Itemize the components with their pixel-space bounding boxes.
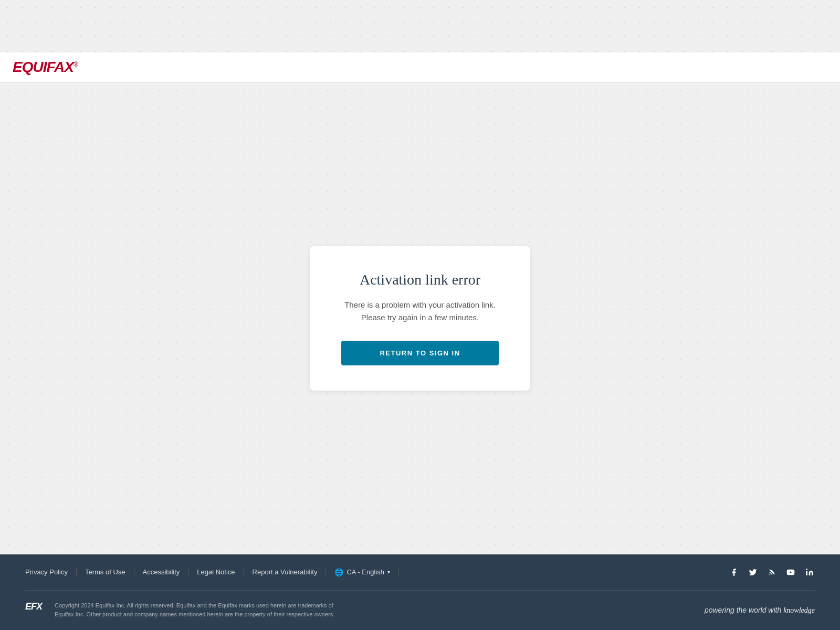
twitter-icon[interactable] [748, 567, 758, 578]
chevron-down-icon: ▾ [387, 569, 390, 575]
youtube-icon[interactable] [785, 567, 796, 578]
error-message-line1: There is a problem with your activation … [344, 300, 496, 309]
footer-link-privacy-policy[interactable]: Privacy Policy [25, 568, 77, 576]
linkedin-icon[interactable] [804, 567, 815, 578]
powering-tagline: powering the world with knowledge [705, 606, 815, 615]
error-title: Activation link error [341, 271, 499, 288]
efx-logo: EFX [25, 601, 42, 612]
main-content: Activation link error There is a problem… [0, 82, 840, 554]
footer-links-row: Privacy Policy Terms of Use Accessibilit… [0, 554, 840, 590]
error-message-line2: Please try again in a few minutes. [361, 313, 479, 322]
top-banner [0, 0, 840, 52]
footer-bottom-left: EFX Copyright 2024 Equifax Inc. All righ… [25, 601, 349, 620]
tagline-middle: the world with [734, 606, 783, 614]
footer-link-report-vulnerability[interactable]: Report a Vulnerability [244, 568, 327, 576]
globe-icon: 🌐 [334, 568, 343, 576]
logo-text: EQUIFAX [13, 59, 74, 75]
dot-pattern-top [0, 0, 840, 52]
tagline-prefix: powering [705, 606, 734, 614]
tagline-suffix: knowledge [783, 606, 815, 614]
svg-rect-2 [806, 571, 807, 575]
footer: Privacy Policy Terms of Use Accessibilit… [0, 554, 840, 630]
footer-links: Privacy Policy Terms of Use Accessibilit… [25, 568, 399, 576]
social-icons [729, 567, 815, 578]
footer-bottom: EFX Copyright 2024 Equifax Inc. All righ… [0, 591, 840, 630]
footer-link-legal-notice[interactable]: Legal Notice [188, 568, 244, 576]
language-label: CA - English [346, 568, 384, 576]
footer-link-terms-of-use[interactable]: Terms of Use [77, 568, 134, 576]
svg-point-0 [769, 574, 770, 575]
rss-icon[interactable] [766, 567, 777, 578]
copyright-text: Copyright 2024 Equifax Inc. All rights r… [55, 601, 349, 620]
footer-link-accessibility[interactable]: Accessibility [134, 568, 189, 576]
header: EQUIFAX® [0, 52, 840, 82]
return-to-sign-in-button[interactable]: RETURN TO SIGN IN [341, 341, 499, 365]
equifax-logo: EQUIFAX® [13, 59, 78, 76]
facebook-icon[interactable] [729, 567, 739, 578]
language-selector[interactable]: 🌐 CA - English ▾ [326, 568, 399, 576]
logo-trademark: ® [74, 61, 78, 68]
svg-point-3 [806, 569, 807, 570]
error-message: There is a problem with your activation … [341, 299, 499, 324]
error-card: Activation link error There is a problem… [310, 246, 530, 391]
